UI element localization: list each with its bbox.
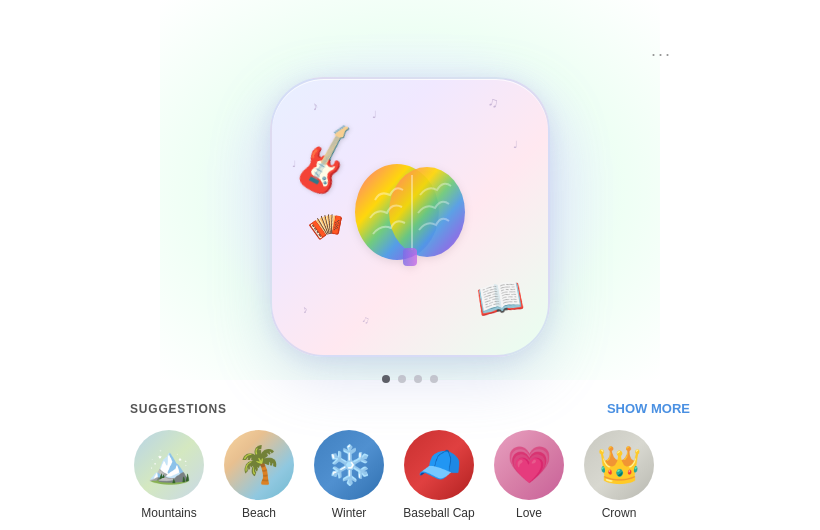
app-card: ♪ ♩ ♫ ♩ ♪ ♬ ♩ ♫ 🎸 🪗 📖 <box>270 77 550 357</box>
more-button-row: ··· <box>130 0 690 69</box>
svg-point-1 <box>389 167 465 257</box>
show-more-button[interactable]: SHOW MORE <box>607 401 690 416</box>
suggestion-label-winter: Winter <box>332 506 367 520</box>
suggestion-item-mountains[interactable]: 🏔️Mountains <box>130 430 208 520</box>
dot-3[interactable] <box>414 375 422 383</box>
suggestion-item-beach[interactable]: 🌴Beach <box>220 430 298 520</box>
suggestion-icon-beach: 🌴 <box>224 430 294 500</box>
brain-icon <box>345 160 475 274</box>
suggestions-grid: 🏔️Mountains🌴Beach❄️Winter🧢Baseball Cap💗L… <box>130 430 690 520</box>
suggestion-label-baseball-cap: Baseball Cap <box>403 506 474 520</box>
suggestion-icon-winter: ❄️ <box>314 430 384 500</box>
suggestion-item-winter[interactable]: ❄️Winter <box>310 430 388 520</box>
suggestion-item-baseball-cap[interactable]: 🧢Baseball Cap <box>400 430 478 520</box>
dot-1[interactable] <box>382 375 390 383</box>
suggestions-header: SUGGESTIONS SHOW MORE <box>130 401 690 416</box>
suggestion-label-mountains: Mountains <box>141 506 196 520</box>
suggestion-icon-crown: 👑 <box>584 430 654 500</box>
suggestion-icon-baseball-cap: 🧢 <box>404 430 474 500</box>
suggestion-icon-love: 💗 <box>494 430 564 500</box>
suggestion-label-crown: Crown <box>602 506 637 520</box>
more-options-button[interactable]: ··· <box>643 40 680 69</box>
suggestion-label-love: Love <box>516 506 542 520</box>
suggestion-icon-mountains: 🏔️ <box>134 430 204 500</box>
main-content: ··· ♪ ♩ ♫ ♩ ♪ ♬ ♩ ♫ 🎸 🪗 📖 <box>0 0 820 520</box>
suggestions-section: SUGGESTIONS SHOW MORE 🏔️Mountains🌴Beach❄… <box>130 401 690 520</box>
instrument-icon-2: 📖 <box>473 272 527 323</box>
suggestion-label-beach: Beach <box>242 506 276 520</box>
instrument-icon-1: 🪗 <box>304 206 344 245</box>
svg-rect-3 <box>403 248 417 266</box>
dot-2[interactable] <box>398 375 406 383</box>
suggestion-item-crown[interactable]: 👑Crown <box>580 430 658 520</box>
dot-4[interactable] <box>430 375 438 383</box>
pagination-dots <box>382 375 438 383</box>
suggestion-item-love[interactable]: 💗Love <box>490 430 568 520</box>
suggestions-title: SUGGESTIONS <box>130 402 227 416</box>
